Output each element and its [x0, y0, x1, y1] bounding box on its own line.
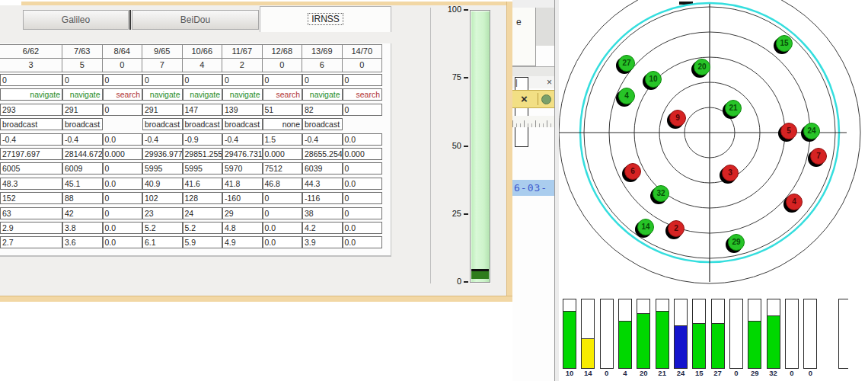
table-cell[interactable]: 0.000	[343, 148, 383, 160]
table-cell[interactable]: broadcast	[62, 118, 103, 130]
table-cell[interactable]: navigate	[142, 88, 183, 101]
table-cell[interactable]: 82	[302, 104, 343, 116]
table-cell[interactable]: 0.0	[343, 236, 383, 248]
table-cell[interactable]: 63	[0, 207, 62, 219]
table-cell[interactable]: 0	[103, 162, 143, 174]
tab-galileo[interactable]: Galileo	[23, 10, 129, 30]
table-cell[interactable]: -0.4	[302, 133, 343, 146]
table-cell[interactable]: 5970	[222, 162, 263, 174]
table-cell[interactable]: 1.5	[263, 133, 303, 146]
tab-irnss[interactable]: IRNSS	[260, 6, 391, 32]
table-cell[interactable]: 0.0	[103, 133, 143, 146]
table-cell[interactable]: 3.8	[62, 222, 103, 234]
table-cell[interactable]: 23	[142, 207, 183, 219]
table-cell[interactable]: 46.8	[263, 178, 303, 190]
table-cell[interactable]: 0	[343, 192, 383, 204]
table-cell[interactable]: broadcast	[302, 118, 343, 130]
table-cell[interactable]: 147	[183, 104, 223, 116]
table-cell[interactable]: 0.0	[343, 222, 383, 234]
table-cell[interactable]: -0.4	[222, 133, 263, 146]
table-cell[interactable]: navigate	[0, 88, 62, 101]
table-cell[interactable]: 0	[142, 74, 183, 86]
table-cell[interactable]: 29	[222, 207, 263, 219]
table-cell[interactable]: none	[263, 118, 303, 130]
table-cell[interactable]: 0	[343, 104, 383, 116]
table-cell[interactable]: 44.3	[302, 178, 343, 190]
table-cell[interactable]: broadcast	[222, 118, 263, 130]
table-cell[interactable]: 2.7	[0, 236, 62, 248]
table-cell[interactable]: 38	[302, 207, 343, 219]
table-cell[interactable]: 3.9	[302, 236, 343, 248]
table-cell[interactable]: 102	[142, 192, 183, 204]
table-cell[interactable]: 0	[343, 74, 383, 86]
table-cell[interactable]: 0	[263, 192, 303, 204]
table-cell[interactable]: -0.4	[0, 133, 62, 146]
table-cell[interactable]: 0.0	[343, 133, 383, 146]
table-cell[interactable]: 27197.697	[0, 148, 62, 160]
table-cell[interactable]: 5.9	[183, 236, 223, 248]
table-cell[interactable]: 0	[103, 192, 143, 204]
table-cell[interactable]: 128	[183, 192, 223, 204]
table-cell[interactable]: 41.8	[222, 178, 263, 190]
table-cell[interactable]: 4.8	[222, 222, 263, 234]
table-cell[interactable]: 6005	[0, 162, 62, 174]
table-cell[interactable]: 6009	[62, 162, 103, 174]
table-cell[interactable]: 0.0	[103, 222, 143, 234]
table-cell[interactable]: 0.0	[103, 178, 143, 190]
tab-beidou[interactable]: BeiDou	[132, 10, 259, 30]
table-cell[interactable]: 7512	[263, 162, 303, 174]
table-cell[interactable]: 51	[263, 104, 303, 116]
record-dot-icon[interactable]	[541, 94, 551, 104]
table-cell[interactable]: 0	[263, 74, 303, 86]
table-cell[interactable]: -116	[302, 192, 343, 204]
table-cell[interactable]: 5995	[183, 162, 223, 174]
table-cell[interactable]: 0	[103, 74, 143, 86]
table-cell[interactable]: -0.9	[183, 133, 223, 146]
table-cell[interactable]: -0.4	[62, 133, 103, 146]
table-cell[interactable]: 152	[0, 192, 62, 204]
progress-gauge[interactable]	[470, 10, 490, 283]
table-cell[interactable]: 5995	[142, 162, 183, 174]
table-cell[interactable]: 0.0	[103, 236, 143, 248]
table-cell[interactable]: 139	[222, 104, 263, 116]
table-cell[interactable]: 0	[62, 74, 103, 86]
table-cell[interactable]: 0.0	[263, 236, 303, 248]
table-cell[interactable]: 5.2	[183, 222, 223, 234]
table-cell[interactable]: 29476.731	[222, 148, 263, 160]
table-cell[interactable]: 45.1	[62, 178, 103, 190]
table-cell[interactable]: 291	[142, 104, 183, 116]
table-cell[interactable]: navigate	[62, 88, 103, 101]
table-cell[interactable]: 28144.672	[62, 148, 103, 160]
selected-date-text[interactable]: 6-03-	[512, 180, 554, 196]
table-cell[interactable]: search	[343, 88, 383, 101]
table-cell[interactable]: 0	[222, 74, 263, 86]
fragment-tab-e[interactable]: e	[512, 8, 536, 66]
table-cell[interactable]: 0	[103, 104, 143, 116]
table-cell[interactable]: 0.000	[263, 148, 303, 160]
table-cell[interactable]: 40.9	[142, 178, 183, 190]
table-cell[interactable]: 0.0	[263, 222, 303, 234]
toolbar-close-icon[interactable]: ×	[521, 92, 528, 105]
table-cell[interactable]: navigate	[183, 88, 223, 101]
table-cell[interactable]: 0	[302, 74, 343, 86]
table-cell[interactable]: 291	[62, 104, 103, 116]
table-cell[interactable]: 4.9	[222, 236, 263, 248]
table-cell[interactable]: 24	[183, 207, 223, 219]
close-icon[interactable]: ×	[547, 77, 552, 88]
table-cell[interactable]: -160	[222, 192, 263, 204]
table-cell[interactable]: 6039	[302, 162, 343, 174]
table-cell[interactable]: 0	[183, 74, 223, 86]
table-cell[interactable]: broadcast	[183, 118, 223, 130]
table-cell[interactable]: 41.6	[183, 178, 223, 190]
table-cell[interactable]: search	[103, 88, 143, 101]
table-cell[interactable]: search	[263, 88, 303, 101]
table-cell[interactable]: 0	[343, 162, 383, 174]
table-cell[interactable]: 0	[103, 207, 143, 219]
table-cell[interactable]: -0.4	[142, 133, 183, 146]
table-cell[interactable]: 4.2	[302, 222, 343, 234]
table-cell[interactable]: 293	[0, 104, 62, 116]
table-cell[interactable]: 0.000	[103, 148, 143, 160]
table-cell[interactable]: 88	[62, 192, 103, 204]
table-cell[interactable]: broadcast	[142, 118, 183, 130]
table-cell[interactable]: 6.1	[142, 236, 183, 248]
